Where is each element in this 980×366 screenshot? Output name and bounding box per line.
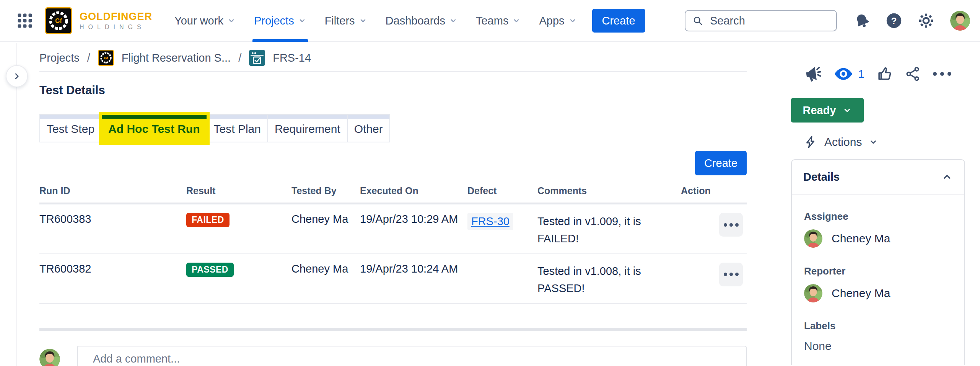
- brand-subname: HOLDINGS: [80, 24, 152, 31]
- actions-dropdown[interactable]: Actions: [804, 136, 965, 149]
- page-title: Test Details: [39, 83, 747, 97]
- comment-composer: [39, 346, 747, 366]
- breadcrumb-issue-key[interactable]: FRS-14: [273, 52, 311, 64]
- test-details-tabs: Test Step Ad Hoc Test Run Test Plan Requ…: [39, 114, 747, 142]
- status-badge-failed: FAILED: [186, 213, 230, 227]
- breadcrumb-separator: /: [238, 52, 241, 64]
- watch-eye-icon: [834, 64, 853, 83]
- comments-cell: Tested in v1.008, it is PASSED!: [537, 263, 681, 297]
- chevron-up-icon: [941, 171, 953, 183]
- tab-label: Ad Hoc Test Run: [102, 119, 206, 142]
- tab-other[interactable]: Other: [347, 114, 390, 142]
- like-thumbs-up-icon[interactable]: [877, 66, 893, 82]
- nav-item-label: Filters: [325, 15, 355, 27]
- tab-label: Requirement: [268, 119, 347, 142]
- nav-item-label: Teams: [476, 15, 508, 27]
- column-header-executed-on: Executed On: [360, 181, 467, 203]
- share-icon[interactable]: [905, 66, 921, 82]
- assignee-value-row[interactable]: Cheney Ma: [804, 229, 952, 248]
- reporter-name: Cheney Ma: [832, 287, 890, 300]
- feedback-megaphone-icon[interactable]: [804, 65, 822, 83]
- labels-value[interactable]: None: [804, 340, 952, 353]
- more-actions-icon[interactable]: [933, 72, 951, 76]
- chevron-down-icon: [227, 16, 236, 25]
- issue-sidebar: 1 Ready Actions Details Assignee: [791, 43, 965, 365]
- test-run-table: Run ID Result Tested By Executed On Defe…: [39, 181, 747, 304]
- defect-link[interactable]: FRS-30: [467, 213, 513, 230]
- nav-item-filters[interactable]: Filters: [316, 0, 376, 42]
- expand-sidebar-button[interactable]: [6, 65, 28, 87]
- column-header-action: Action: [681, 181, 747, 203]
- actions-label: Actions: [824, 136, 862, 149]
- chevron-down-icon: [842, 105, 852, 115]
- chevron-down-icon: [298, 16, 306, 25]
- test-case-type-icon: [249, 50, 265, 66]
- create-test-run-button[interactable]: Create: [695, 151, 747, 175]
- nav-item-teams[interactable]: Teams: [467, 0, 530, 42]
- reporter-value-row[interactable]: Cheney Ma: [804, 284, 952, 302]
- run-id-cell: TR600382: [39, 263, 186, 275]
- result-cell: FAILED: [186, 213, 291, 227]
- primary-menu: Your work Projects Filters Dashboards Te…: [165, 0, 586, 42]
- settings-gear-icon[interactable]: [918, 13, 934, 29]
- assignee-avatar: [804, 229, 822, 248]
- tab-strip: [40, 115, 101, 119]
- details-panel-title: Details: [803, 171, 840, 183]
- search-icon: [692, 15, 703, 26]
- status-badge-passed: PASSED: [186, 263, 234, 277]
- details-panel: Details Assignee Cheney Ma Reporter Chen…: [791, 159, 965, 365]
- tested-by-cell: Cheney Ma: [291, 213, 360, 225]
- column-header-run-id: Run ID: [39, 181, 186, 203]
- nav-item-projects[interactable]: Projects: [245, 0, 316, 42]
- row-more-actions-icon[interactable]: [719, 263, 743, 286]
- reporter-avatar: [804, 284, 822, 302]
- comment-input[interactable]: [92, 352, 731, 366]
- tab-ad-hoc-test-run[interactable]: Ad Hoc Test Run: [101, 114, 207, 142]
- notifications-bell-icon[interactable]: [855, 13, 870, 28]
- table-header-row: Run ID Result Tested By Executed On Defe…: [39, 181, 747, 204]
- global-create-button[interactable]: Create: [592, 9, 645, 33]
- nav-item-apps[interactable]: Apps: [530, 0, 586, 42]
- tab-label: Test Step: [40, 119, 101, 142]
- brand-name: GOLDFINGER: [80, 11, 152, 23]
- nav-item-label: Your work: [174, 15, 223, 27]
- nav-item-your-work[interactable]: Your work: [165, 0, 245, 42]
- watch-control[interactable]: 1: [834, 64, 865, 83]
- tab-strip: [207, 115, 267, 119]
- global-search[interactable]: [685, 10, 837, 31]
- tab-test-plan[interactable]: Test Plan: [207, 114, 268, 142]
- user-avatar[interactable]: [950, 11, 970, 31]
- tab-test-step[interactable]: Test Step: [39, 114, 102, 142]
- chevron-down-icon: [359, 16, 367, 25]
- current-user-avatar: [39, 349, 60, 366]
- column-header-tested-by: Tested By: [291, 181, 360, 203]
- nav-item-dashboards[interactable]: Dashboards: [376, 0, 467, 42]
- brand-logo[interactable]: GOLDFINGER HOLDINGS: [45, 7, 152, 34]
- help-icon[interactable]: [886, 13, 902, 29]
- executed-on-cell: 19/Apr/23 10:24 AM: [360, 263, 467, 275]
- column-header-comments: Comments: [537, 181, 681, 203]
- column-header-result: Result: [186, 181, 291, 203]
- details-panel-header[interactable]: Details: [792, 160, 964, 194]
- watch-count: 1: [858, 67, 865, 80]
- search-input[interactable]: [709, 14, 829, 28]
- status-label: Ready: [803, 104, 836, 117]
- table-row: TR600382 PASSED Cheney Ma 19/Apr/23 10:2…: [39, 254, 747, 304]
- app-window: GOLDFINGER HOLDINGS Your work Projects F…: [0, 0, 980, 366]
- run-id-cell: TR600383: [39, 213, 186, 225]
- chevron-down-icon: [512, 16, 521, 25]
- app-switcher-icon[interactable]: [16, 12, 34, 29]
- breadcrumb-project[interactable]: Flight Reservation S...: [122, 52, 231, 64]
- comments-cell: Tested in v1.009, it is FAILED!: [537, 213, 681, 247]
- details-panel-body: Assignee Cheney Ma Reporter Cheney Ma La…: [792, 194, 964, 365]
- nav-icon-group: [855, 11, 970, 31]
- tab-strip: [268, 115, 347, 119]
- tab-label: Test Plan: [207, 119, 267, 142]
- row-more-actions-icon[interactable]: [719, 213, 743, 237]
- tab-requirement[interactable]: Requirement: [267, 114, 348, 142]
- project-avatar-icon: [98, 50, 114, 66]
- nav-item-label: Projects: [254, 15, 294, 27]
- comment-input-box[interactable]: [77, 346, 747, 366]
- status-dropdown-button[interactable]: Ready: [791, 98, 864, 123]
- breadcrumb-projects[interactable]: Projects: [39, 52, 80, 64]
